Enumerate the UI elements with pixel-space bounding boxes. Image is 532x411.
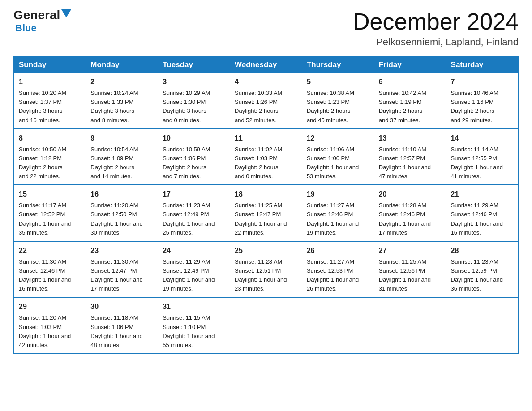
day-info: Sunrise: 10:42 AM Sunset: 1:19 PM Daylig… — [379, 89, 442, 125]
day-number: 5 — [307, 77, 369, 87]
calendar-cell-17: 17Sunrise: 11:23 AM Sunset: 12:49 PM Day… — [158, 185, 230, 241]
calendar-cell-27: 27Sunrise: 11:25 AM Sunset: 12:56 PM Day… — [374, 241, 446, 298]
calendar-header-thursday: Thursday — [302, 56, 374, 73]
svg-marker-0 — [61, 9, 71, 17]
day-info: Sunrise: 10:38 AM Sunset: 1:23 PM Daylig… — [307, 89, 369, 125]
day-info: Sunrise: 11:27 AM Sunset: 12:46 PM Dayli… — [307, 201, 369, 237]
day-info: Sunrise: 11:30 AM Sunset: 12:46 PM Dayli… — [19, 257, 81, 294]
calendar-cell-13: 13Sunrise: 11:10 AM Sunset: 12:57 PM Day… — [374, 129, 446, 185]
title-block: December 2024 Pelkosenniemi, Lapland, Fi… — [353, 9, 519, 48]
calendar-cell-23: 23Sunrise: 11:30 AM Sunset: 12:47 PM Day… — [86, 241, 158, 298]
calendar-cell-5: 5Sunrise: 10:38 AM Sunset: 1:23 PM Dayli… — [302, 73, 374, 129]
calendar-cell-19: 19Sunrise: 11:27 AM Sunset: 12:46 PM Day… — [302, 185, 374, 241]
calendar-cell-8: 8Sunrise: 10:50 AM Sunset: 1:12 PM Dayli… — [14, 129, 86, 185]
calendar-cell-29: 29Sunrise: 11:20 AM Sunset: 1:03 PM Dayl… — [14, 297, 86, 354]
calendar-cell-30: 30Sunrise: 11:18 AM Sunset: 1:06 PM Dayl… — [86, 297, 158, 354]
day-info: Sunrise: 11:20 AM Sunset: 1:03 PM Daylig… — [19, 313, 81, 350]
calendar-header-wednesday: Wednesday — [230, 56, 302, 73]
page-header: General Blue December 2024 Pelkosenniemi… — [13, 9, 519, 48]
day-number: 12 — [307, 133, 369, 144]
day-info: Sunrise: 11:28 AM Sunset: 12:51 PM Dayli… — [235, 257, 297, 294]
calendar-cell-2: 2Sunrise: 10:24 AM Sunset: 1:33 PM Dayli… — [86, 73, 158, 129]
day-number: 1 — [19, 77, 81, 87]
logo-text-blue: Blue — [15, 22, 37, 34]
day-number: 22 — [19, 245, 81, 256]
calendar-header-saturday: Saturday — [446, 56, 518, 73]
day-number: 21 — [451, 189, 513, 200]
day-number: 19 — [307, 189, 369, 200]
calendar-cell-10: 10Sunrise: 10:59 AM Sunset: 1:06 PM Dayl… — [158, 129, 230, 185]
day-number: 13 — [379, 133, 442, 144]
day-number: 17 — [163, 189, 225, 200]
day-info: Sunrise: 11:29 AM Sunset: 12:46 PM Dayli… — [451, 201, 513, 237]
day-number: 16 — [90, 189, 153, 200]
calendar-cell-empty — [374, 297, 446, 354]
calendar-cell-21: 21Sunrise: 11:29 AM Sunset: 12:46 PM Day… — [446, 185, 518, 241]
logo-text-general: General — [13, 9, 60, 21]
day-info: Sunrise: 11:15 AM Sunset: 1:10 PM Daylig… — [163, 313, 225, 350]
calendar-cell-empty — [302, 297, 374, 354]
day-info: Sunrise: 11:18 AM Sunset: 1:06 PM Daylig… — [90, 313, 153, 350]
logo-triangle-icon — [61, 9, 71, 17]
day-info: Sunrise: 11:25 AM Sunset: 12:56 PM Dayli… — [379, 257, 442, 294]
calendar-header-monday: Monday — [86, 56, 158, 73]
day-number: 6 — [379, 77, 442, 87]
day-info: Sunrise: 11:25 AM Sunset: 12:47 PM Dayli… — [235, 201, 297, 237]
month-title: December 2024 — [353, 9, 519, 34]
calendar-cell-9: 9Sunrise: 10:54 AM Sunset: 1:09 PM Dayli… — [86, 129, 158, 185]
day-number: 18 — [235, 189, 297, 200]
calendar-cell-7: 7Sunrise: 10:46 AM Sunset: 1:16 PM Dayli… — [446, 73, 518, 129]
logo: General Blue — [13, 9, 71, 34]
calendar-cell-31: 31Sunrise: 11:15 AM Sunset: 1:10 PM Dayl… — [158, 297, 230, 354]
day-number: 8 — [19, 133, 81, 144]
day-info: Sunrise: 11:10 AM Sunset: 12:57 PM Dayli… — [379, 145, 442, 181]
day-number: 15 — [19, 189, 81, 200]
day-info: Sunrise: 11:17 AM Sunset: 12:52 PM Dayli… — [19, 201, 81, 237]
calendar-week-3: 15Sunrise: 11:17 AM Sunset: 12:52 PM Day… — [14, 185, 518, 241]
day-info: Sunrise: 10:59 AM Sunset: 1:06 PM Daylig… — [163, 145, 225, 181]
day-number: 24 — [163, 245, 225, 256]
day-number: 2 — [90, 77, 153, 87]
day-number: 31 — [163, 301, 225, 312]
calendar-cell-26: 26Sunrise: 11:27 AM Sunset: 12:53 PM Day… — [302, 241, 374, 298]
day-info: Sunrise: 11:29 AM Sunset: 12:49 PM Dayli… — [163, 257, 225, 294]
calendar-header-sunday: Sunday — [14, 56, 86, 73]
calendar-cell-12: 12Sunrise: 11:06 AM Sunset: 1:00 PM Dayl… — [302, 129, 374, 185]
calendar-header-friday: Friday — [374, 56, 446, 73]
calendar-cell-1: 1Sunrise: 10:20 AM Sunset: 1:37 PM Dayli… — [14, 73, 86, 129]
calendar-cell-24: 24Sunrise: 11:29 AM Sunset: 12:49 PM Day… — [158, 241, 230, 298]
day-number: 28 — [451, 245, 513, 256]
calendar-header-row: SundayMondayTuesdayWednesdayThursdayFrid… — [14, 56, 518, 73]
day-info: Sunrise: 10:24 AM Sunset: 1:33 PM Daylig… — [90, 89, 153, 125]
calendar-cell-empty — [446, 297, 518, 354]
day-info: Sunrise: 10:50 AM Sunset: 1:12 PM Daylig… — [19, 145, 81, 181]
day-info: Sunrise: 11:30 AM Sunset: 12:47 PM Dayli… — [90, 257, 153, 294]
calendar-cell-6: 6Sunrise: 10:42 AM Sunset: 1:19 PM Dayli… — [374, 73, 446, 129]
day-info: Sunrise: 11:23 AM Sunset: 12:59 PM Dayli… — [451, 257, 513, 294]
day-info: Sunrise: 11:28 AM Sunset: 12:46 PM Dayli… — [379, 201, 442, 237]
calendar-cell-16: 16Sunrise: 11:20 AM Sunset: 12:50 PM Day… — [86, 185, 158, 241]
calendar-cell-empty — [230, 297, 302, 354]
day-number: 3 — [163, 77, 225, 87]
day-number: 23 — [90, 245, 153, 256]
day-number: 7 — [451, 77, 513, 87]
day-number: 29 — [19, 301, 81, 312]
calendar-table: SundayMondayTuesdayWednesdayThursdayFrid… — [13, 56, 519, 354]
day-info: Sunrise: 10:54 AM Sunset: 1:09 PM Daylig… — [90, 145, 153, 181]
day-info: Sunrise: 10:46 AM Sunset: 1:16 PM Daylig… — [451, 89, 513, 125]
day-number: 14 — [451, 133, 513, 144]
day-number: 27 — [379, 245, 442, 256]
day-info: Sunrise: 11:23 AM Sunset: 12:49 PM Dayli… — [163, 201, 225, 237]
day-info: Sunrise: 11:14 AM Sunset: 12:55 PM Dayli… — [451, 145, 513, 181]
day-number: 30 — [90, 301, 153, 312]
location-text: Pelkosenniemi, Lapland, Finland — [353, 36, 519, 48]
calendar-week-5: 29Sunrise: 11:20 AM Sunset: 1:03 PM Dayl… — [14, 297, 518, 354]
calendar-cell-25: 25Sunrise: 11:28 AM Sunset: 12:51 PM Day… — [230, 241, 302, 298]
day-number: 26 — [307, 245, 369, 256]
day-info: Sunrise: 10:33 AM Sunset: 1:26 PM Daylig… — [235, 89, 297, 125]
calendar-header-tuesday: Tuesday — [158, 56, 230, 73]
day-number: 11 — [235, 133, 297, 144]
calendar-cell-3: 3Sunrise: 10:29 AM Sunset: 1:30 PM Dayli… — [158, 73, 230, 129]
day-number: 9 — [90, 133, 153, 144]
calendar-cell-11: 11Sunrise: 11:02 AM Sunset: 1:03 PM Dayl… — [230, 129, 302, 185]
